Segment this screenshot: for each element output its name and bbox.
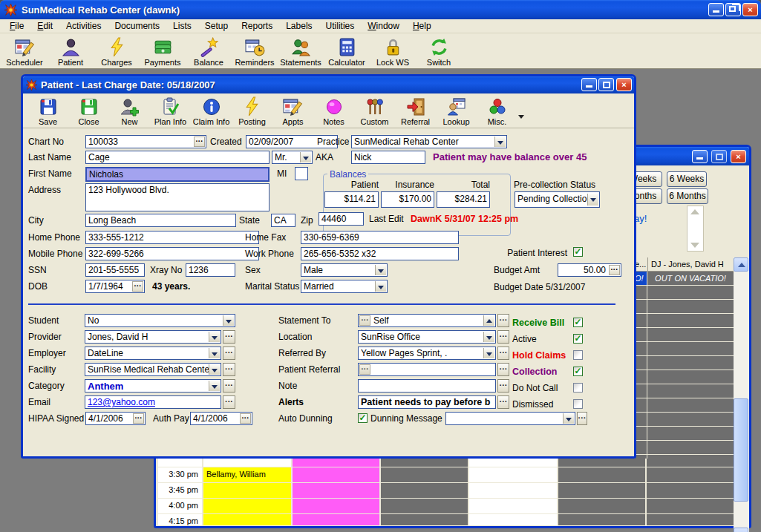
chevron-down-icon[interactable] — [563, 413, 574, 424]
facility-select[interactable]: SunRise Medical Rehab Center — [85, 363, 221, 376]
hipaa-signed-input[interactable]: 4/1/2006··· — [85, 412, 146, 425]
last-name-input[interactable]: Cage — [85, 151, 270, 164]
grid-header-provider-cell[interactable]: DJ - Jones, David H — [651, 257, 724, 271]
chevron-down-icon[interactable] — [209, 381, 220, 391]
patient-minimize-button[interactable] — [581, 78, 597, 91]
marital-status-select[interactable]: Married — [301, 280, 388, 293]
empty-grid-rows[interactable] — [635, 286, 734, 477]
scroll-down-button[interactable] — [734, 528, 748, 532]
provider-select[interactable]: Jones, David H — [85, 330, 221, 344]
chart-no-input[interactable]: 100033··· — [85, 135, 206, 148]
main-close-button[interactable]: × — [742, 3, 758, 16]
work-phone-input[interactable]: 265-656-5352 x32 — [301, 247, 459, 260]
chart-no-lookup-button[interactable]: ··· — [194, 137, 205, 147]
facility-lookup-button[interactable]: ··· — [223, 363, 235, 376]
scheduler-close-button[interactable]: × — [731, 150, 746, 163]
scheduler-minimize-button[interactable] — [692, 150, 708, 163]
scrollbar-thumb[interactable] — [734, 398, 748, 502]
lookup-button[interactable]: Lookup — [436, 93, 477, 128]
posting-button[interactable]: Posting — [232, 93, 272, 128]
patient-referral-lookup-button[interactable]: ··· — [497, 363, 509, 376]
switch-button[interactable]: Switch — [416, 33, 462, 68]
vacation-cell[interactable]: OUT ON VACATIO! — [647, 272, 734, 285]
chevron-down-icon[interactable] — [300, 152, 311, 162]
patient-close-button[interactable]: × — [616, 78, 632, 91]
main-restore-button[interactable] — [725, 3, 741, 16]
chevron-down-icon[interactable] — [209, 364, 220, 375]
chevron-down-icon[interactable] — [209, 348, 220, 358]
statement-to-prefix-button[interactable]: ··· — [359, 315, 370, 326]
mini-scroll-up-icon[interactable] — [690, 209, 699, 214]
referred-by-lookup-button[interactable]: ··· — [497, 347, 509, 360]
chevron-down-icon[interactable] — [483, 348, 494, 358]
ssn-input[interactable]: 201-55-5555 — [85, 263, 145, 277]
menu-activities[interactable]: Activities — [59, 20, 108, 32]
menu-lists[interactable]: Lists — [166, 20, 198, 32]
referral-button[interactable]: Referral — [395, 93, 436, 128]
zip-input[interactable]: 44460 — [319, 212, 364, 226]
precollection-select[interactable]: Pending Collectio — [515, 191, 600, 208]
employer-select[interactable]: DateLine — [85, 347, 221, 360]
provider-lookup-button[interactable]: ··· — [223, 330, 235, 344]
chevron-up-icon[interactable] — [483, 315, 494, 326]
xray-no-input[interactable]: 1236 — [186, 263, 235, 277]
statement-to-lookup-button[interactable]: ··· — [497, 314, 509, 327]
claim-info-button[interactable]: Claim Info — [191, 93, 232, 128]
chevron-down-icon[interactable] — [494, 137, 506, 147]
scroll-up-button[interactable] — [734, 257, 748, 272]
category-select[interactable]: Anthem — [85, 379, 221, 393]
flag-hold-claims-checkbox[interactable] — [573, 350, 583, 360]
chevron-down-icon[interactable] — [587, 194, 598, 206]
chevron-down-icon[interactable] — [518, 115, 524, 119]
menu-edit[interactable]: Edit — [30, 20, 59, 32]
flag-receive-bill-checkbox[interactable]: ✓ — [573, 318, 583, 327]
new-button[interactable]: New — [109, 93, 150, 128]
email-lookup-button[interactable]: ··· — [223, 395, 235, 409]
payments-button[interactable]: Payments — [140, 33, 186, 68]
chevron-down-icon[interactable] — [483, 332, 494, 342]
main-minimize-button[interactable] — [708, 3, 724, 16]
note-lookup-button[interactable]: ··· — [497, 379, 509, 393]
charges-button[interactable]: Charges — [94, 33, 140, 68]
vacation-row[interactable]: O! OUT ON VACATIO! — [635, 272, 734, 286]
address-input[interactable]: 123 Hollywood Blvd. — [85, 183, 270, 211]
menu-utilities[interactable]: Utilities — [319, 20, 362, 32]
lock-ws-button[interactable]: Lock WS — [370, 33, 416, 68]
state-input[interactable]: CA — [271, 214, 295, 227]
dob-calendar-button[interactable]: ··· — [132, 281, 143, 292]
flag-do-not-call-checkbox[interactable] — [573, 383, 583, 393]
aka-input[interactable]: Nick — [351, 151, 425, 164]
note-input[interactable] — [358, 379, 496, 393]
mobile-phone-input[interactable]: 322-699-5266 — [85, 247, 259, 260]
location-lookup-button[interactable]: ··· — [497, 330, 509, 344]
flag-dismissed-checkbox[interactable] — [573, 399, 583, 409]
mini-scroll-down-icon[interactable] — [690, 243, 699, 248]
menu-documents[interactable]: Documents — [108, 20, 166, 32]
patient-interest-checkbox[interactable]: ✓ — [573, 247, 583, 257]
menu-setup[interactable]: Setup — [198, 20, 235, 32]
custom-button[interactable]: Custom — [354, 93, 395, 128]
chevron-down-icon[interactable] — [209, 332, 220, 342]
student-select[interactable]: No — [85, 314, 235, 327]
statement-to-select[interactable]: ···Self — [358, 314, 496, 327]
city-input[interactable]: Long Beach — [85, 214, 236, 227]
scheduler-maximize-button[interactable] — [711, 150, 727, 163]
chevron-down-icon[interactable] — [223, 315, 234, 326]
menu-labels[interactable]: Labels — [279, 20, 319, 32]
plan-info-button[interactable]: Plan Info — [150, 93, 191, 128]
save-button[interactable]: Save — [27, 93, 68, 128]
misc-button[interactable]: Misc. — [477, 93, 517, 128]
calculator-button[interactable]: Calculator — [324, 33, 370, 68]
flag-collection-checkbox[interactable]: ✓ — [573, 367, 583, 376]
first-name-input[interactable]: Nicholas — [85, 167, 270, 182]
notes-button[interactable]: Notes — [313, 93, 354, 128]
six-weeks-button[interactable]: 6 Weeks — [667, 171, 707, 187]
reminders-button[interactable]: Reminders — [232, 33, 278, 68]
six-months-button[interactable]: 6 Months — [667, 188, 708, 204]
email-input[interactable]: 123@yahoo.com — [85, 395, 221, 409]
menu-file[interactable]: File — [3, 20, 30, 32]
vacation-cell-left[interactable]: O! — [635, 272, 647, 285]
auth-pay-input[interactable]: 4/1/2006··· — [190, 412, 252, 425]
category-lookup-button[interactable]: ··· — [223, 379, 235, 393]
menu-help[interactable]: Help — [406, 20, 438, 32]
